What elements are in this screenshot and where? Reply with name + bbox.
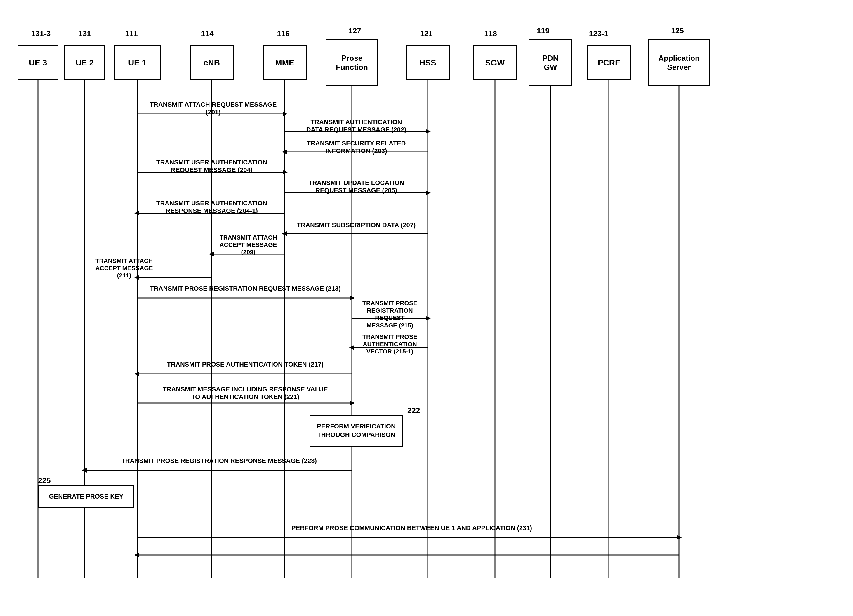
msg-217-text: TRANSMIT PROSE AUTHENTICATION TOKEN (217…	[143, 361, 348, 368]
msg-207-text: TRANSMIT SUBSCRIPTION DATA (207)	[289, 222, 423, 229]
msg-2041-text: TRANSMIT USER AUTHENTICATIONRESPONSE MES…	[143, 199, 280, 215]
msg-201-text: TRANSMIT ATTACH REQUEST MESSAGE(201)	[143, 101, 283, 116]
msg-215-text: TRANSMIT PROSEREGISTRATION REQUESTMESSAG…	[355, 299, 425, 329]
box-225: GENERATE PROSE KEY	[38, 485, 134, 508]
ref-222: 222	[407, 406, 420, 415]
diagram-svg	[0, 0, 853, 616]
ref-225: 225	[38, 476, 50, 485]
msg-2151-text: TRANSMIT PROSEAUTHENTICATION VECTOR (215…	[355, 333, 425, 355]
msg-231-text: PERFORM PROSE COMMUNICATION BETWEEN UE 1…	[143, 524, 680, 532]
msg-221-text: TRANSMIT MESSAGE INCLUDING RESPONSE VALU…	[143, 385, 348, 401]
msg-211-text: TRANSMIT ATTACHACCEPT MESSAGE(211)	[91, 257, 158, 279]
msg-204-text: TRANSMIT USER AUTHENTICATIONREQUEST MESS…	[143, 159, 280, 174]
msg-202-text: TRANSMIT AUTHENTICATIONDATA REQUEST MESS…	[289, 118, 423, 134]
msg-205-text: TRANSMIT UPDATE LOCATIONREQUEST MESSAGE …	[289, 179, 423, 194]
msg-213-text: TRANSMIT PROSE REGISTRATION REQUEST MESS…	[143, 285, 348, 292]
msg-203-text: TRANSMIT SECURITY RELATED INFORMATION (2…	[289, 140, 423, 155]
sequence-diagram: 131-3 131 111 114 116 127 121 118 119 12…	[0, 0, 853, 616]
box-222: PERFORM VERIFICATIONTHROUGH COMPARISON	[310, 415, 403, 447]
msg-223-text: TRANSMIT PROSE REGISTRATION RESPONSE MES…	[91, 457, 348, 465]
msg-209-text: TRANSMIT ATTACHACCEPT MESSAGE(209)	[215, 234, 282, 256]
